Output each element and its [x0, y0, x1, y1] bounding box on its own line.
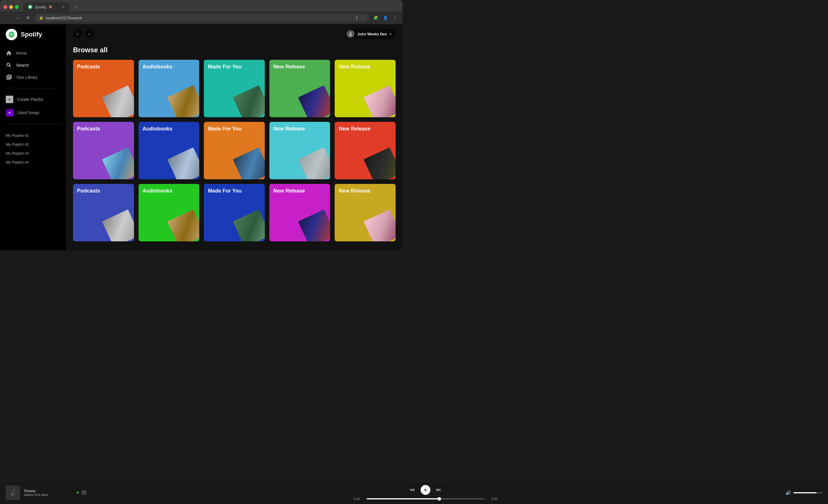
browser-back-button[interactable]: ‹	[3, 14, 11, 22]
category-image-cat-3	[233, 85, 264, 117]
category-card-cat-9[interactable]: New Release	[270, 122, 330, 179]
tab-close-icon[interactable]: ✕	[62, 5, 65, 9]
category-card-cat-13[interactable]: Made For You	[204, 184, 265, 241]
lock-icon: 🔒	[39, 16, 43, 20]
browser-tab-spotify[interactable]: Spotify 🔇 ✕	[23, 2, 69, 11]
category-label-cat-7: Audiobooks	[142, 126, 172, 132]
category-image-cat-7	[167, 147, 199, 179]
tab-bar: Spotify 🔇 ✕ +	[0, 0, 403, 11]
category-card-cat-8[interactable]: Made For You	[204, 122, 265, 179]
category-image-cat-13	[233, 210, 264, 241]
category-image-cat-2	[167, 85, 199, 117]
category-image-cat-4	[298, 85, 330, 117]
category-image-cat-11	[102, 210, 134, 241]
close-window-button[interactable]	[3, 5, 7, 9]
user-menu[interactable]: John Weeks Dev ▾	[345, 29, 396, 39]
category-card-cat-11[interactable]: Podcasts	[73, 184, 134, 241]
nav-arrows: ‹ ›	[73, 29, 94, 39]
category-label-cat-12: Audiobooks	[142, 188, 172, 194]
browser-forward-button[interactable]: ›	[14, 14, 22, 22]
category-card-cat-14[interactable]: New Release	[270, 184, 330, 241]
category-card-cat-15[interactable]: New Release	[335, 184, 396, 241]
address-bar[interactable]: 🔒 localhost:5173/search ⬆ ☆	[35, 14, 369, 22]
sidebar-actions: + Create Playlist ♥ Liked Songs	[0, 93, 66, 119]
share-icon[interactable]: ⬆	[355, 15, 359, 20]
playlist-list: My Playlist #1 My Playlist #2 My Playlis…	[0, 131, 66, 167]
bookmark-icon[interactable]: ☆	[361, 15, 365, 20]
category-label-cat-15: New Release	[339, 188, 370, 194]
category-label-cat-2: Audiobooks	[142, 64, 172, 70]
category-image-cat-9	[298, 147, 330, 179]
search-icon	[6, 62, 12, 68]
minimize-window-button[interactable]	[9, 5, 13, 9]
create-playlist-icon: +	[6, 96, 13, 103]
category-card-cat-10[interactable]: New Release	[335, 122, 396, 179]
category-grid: PodcastsAudiobooksMade For YouNew Releas…	[73, 60, 396, 241]
category-card-cat-3[interactable]: Made For You	[204, 60, 265, 117]
sidebar-item-library[interactable]: Your Library	[2, 71, 64, 83]
menu-icon[interactable]: ⋮	[391, 14, 399, 22]
library-icon	[6, 74, 12, 81]
sidebar-item-search[interactable]: Search	[2, 59, 64, 71]
profile-icon[interactable]: 👤	[381, 14, 389, 22]
sidebar: Spotify Home Search Your Library	[0, 24, 66, 250]
category-label-cat-10: New Release	[339, 126, 370, 132]
category-image-cat-10	[364, 147, 396, 179]
sidebar-create-playlist[interactable]: + Create Playlist	[2, 93, 64, 106]
category-label-cat-8: Made For You	[208, 126, 242, 132]
category-image-cat-15	[364, 210, 396, 241]
browser-refresh-button[interactable]: ↻	[24, 14, 32, 22]
category-image-cat-6	[102, 147, 134, 179]
category-label-cat-4: New Release	[274, 64, 305, 70]
category-label-cat-6: Podcasts	[77, 126, 100, 132]
browse-section: Browse all PodcastsAudiobooksMade For Yo…	[66, 44, 403, 248]
browser-toolbar-right: 🧩 👤 ⋮	[371, 14, 399, 22]
category-card-cat-1[interactable]: Podcasts	[73, 60, 134, 117]
category-label-cat-9: New Release	[274, 126, 305, 132]
category-card-cat-2[interactable]: Audiobooks	[138, 60, 200, 117]
nav-forward-button[interactable]: ›	[85, 29, 94, 39]
category-label-cat-14: New Release	[274, 188, 305, 194]
sidebar-home-label: Home	[16, 51, 27, 55]
sidebar-item-home[interactable]: Home	[2, 47, 64, 59]
nav-back-button[interactable]: ‹	[73, 29, 82, 39]
playlist-item-3[interactable]: My Playlist #3	[6, 149, 60, 158]
category-label-cat-3: Made For You	[208, 64, 242, 70]
playlist-item-2[interactable]: My Playlist #2	[6, 140, 60, 149]
main-content: ‹ › John Weeks Dev ▾ Browse all Podcasts…	[66, 24, 403, 250]
user-chevron-icon: ▾	[390, 32, 391, 36]
category-card-cat-6[interactable]: Podcasts	[73, 122, 134, 179]
app-container: Spotify Home Search Your Library	[0, 24, 403, 250]
new-tab-button[interactable]: +	[72, 3, 80, 11]
category-card-cat-12[interactable]: Audiobooks	[138, 184, 200, 241]
category-image-cat-14	[298, 210, 330, 241]
sidebar-library-label: Your Library	[16, 75, 38, 80]
category-label-cat-11: Podcasts	[77, 188, 100, 194]
tab-mute-icon[interactable]: 🔇	[49, 5, 53, 9]
extensions-icon[interactable]: 🧩	[371, 14, 379, 22]
user-name: John Weeks Dev	[357, 32, 387, 36]
create-playlist-label: Create Playlist	[17, 97, 43, 102]
category-image-cat-5	[364, 85, 396, 117]
category-label-cat-13: Made For You	[208, 188, 242, 194]
browse-title: Browse all	[73, 46, 396, 54]
category-card-cat-4[interactable]: New Release	[270, 60, 330, 117]
category-label-cat-1: Podcasts	[77, 64, 100, 70]
address-bar-row: ‹ › ↻ 🔒 localhost:5173/search ⬆ ☆ 🧩 👤 ⋮	[0, 11, 403, 24]
address-bar-icons: ⬆ ☆	[355, 15, 365, 20]
address-text: localhost:5173/search	[46, 16, 82, 20]
sidebar-liked-songs[interactable]: ♥ Liked Songs	[2, 106, 64, 119]
category-image-cat-8	[233, 147, 264, 179]
category-card-cat-7[interactable]: Audiobooks	[138, 122, 200, 179]
logo-area: Spotify	[0, 29, 66, 47]
avatar	[346, 30, 355, 38]
playlist-item-4[interactable]: My Playlist #4	[6, 158, 60, 167]
traffic-lights	[3, 5, 19, 9]
maximize-window-button[interactable]	[15, 5, 19, 9]
playlist-item-1[interactable]: My Playlist #1	[6, 131, 60, 140]
tab-title: Spotify	[35, 5, 46, 9]
category-card-cat-5[interactable]: New Release	[335, 60, 396, 117]
svg-point-0	[29, 6, 31, 8]
sidebar-divider-2	[6, 124, 60, 124]
home-icon	[6, 50, 12, 56]
